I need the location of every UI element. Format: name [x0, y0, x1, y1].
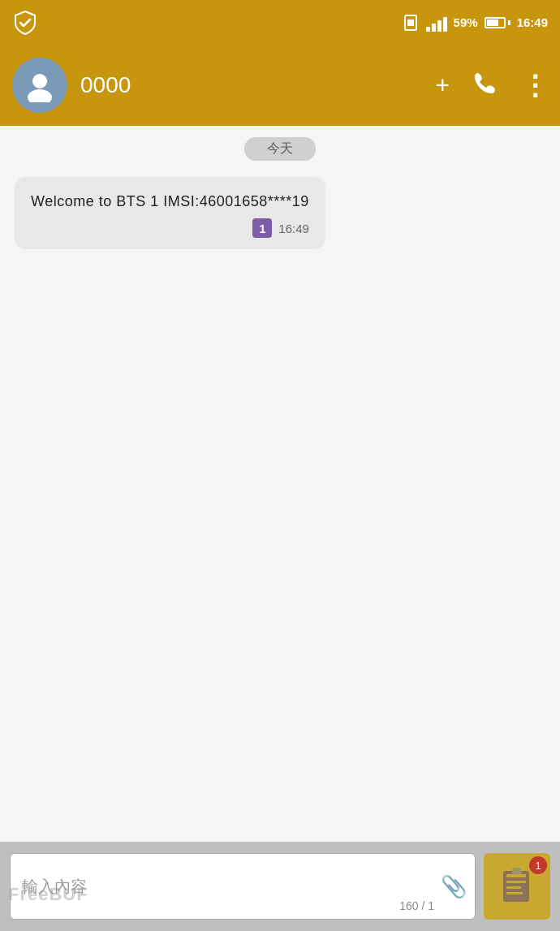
notepad-icon — [497, 866, 537, 907]
more-button[interactable]: ⋮ — [521, 69, 548, 101]
svg-point-2 — [32, 74, 47, 88]
person-icon — [23, 68, 57, 102]
svg-rect-5 — [506, 874, 526, 877]
svg-rect-6 — [506, 881, 526, 883]
sim-icon — [402, 14, 420, 32]
send-button[interactable]: 1 — [484, 853, 550, 920]
message-meta: 1 16:49 — [31, 218, 309, 238]
message-list: 今天 Welcome to BTS 1 IMSI:46001658****19 … — [0, 126, 560, 886]
sim-badge: 1 — [252, 218, 272, 238]
status-bar: 59% 16:49 — [0, 0, 560, 45]
app-bar: 0000 + ⋮ — [0, 45, 560, 126]
message-container: Welcome to BTS 1 IMSI:46001658****19 1 1… — [0, 169, 560, 265]
input-bar: 輸入內容 160 / 1 📎 1 — [0, 842, 560, 931]
text-input-area[interactable]: 輸入內容 160 / 1 📎 — [10, 853, 476, 920]
svg-point-3 — [28, 89, 52, 102]
message-text: Welcome to BTS 1 IMSI:46001658****19 — [31, 193, 309, 209]
contact-name: 0000 — [80, 72, 435, 98]
chat-area: 今天 Welcome to BTS 1 IMSI:46001658****19 … — [0, 126, 560, 886]
add-button[interactable]: + — [435, 71, 450, 99]
call-button[interactable] — [472, 70, 498, 101]
battery-percent: 59% — [454, 15, 478, 29]
shield-icon — [12, 10, 38, 36]
svg-rect-7 — [506, 886, 521, 889]
avatar[interactable] — [12, 58, 67, 113]
status-bar-right: 59% 16:49 — [402, 14, 548, 32]
message-bubble: Welcome to BTS 1 IMSI:46001658****19 1 1… — [15, 177, 325, 249]
date-section: 今天 — [0, 126, 560, 169]
svg-rect-8 — [506, 892, 523, 894]
battery-icon — [485, 17, 510, 28]
input-placeholder: 輸入內容 — [22, 876, 87, 898]
signal-bars — [426, 14, 447, 32]
svg-rect-9 — [512, 868, 522, 874]
date-label: 今天 — [244, 137, 316, 161]
app-bar-actions: + ⋮ — [435, 69, 548, 101]
send-badge: 1 — [529, 856, 547, 874]
status-time: 16:49 — [517, 15, 548, 29]
char-count: 160 / 1 — [399, 899, 434, 912]
attach-icon[interactable]: 📎 — [441, 874, 467, 899]
status-bar-left — [12, 10, 38, 36]
svg-rect-1 — [407, 19, 414, 26]
message-time: 16:49 — [278, 222, 309, 235]
